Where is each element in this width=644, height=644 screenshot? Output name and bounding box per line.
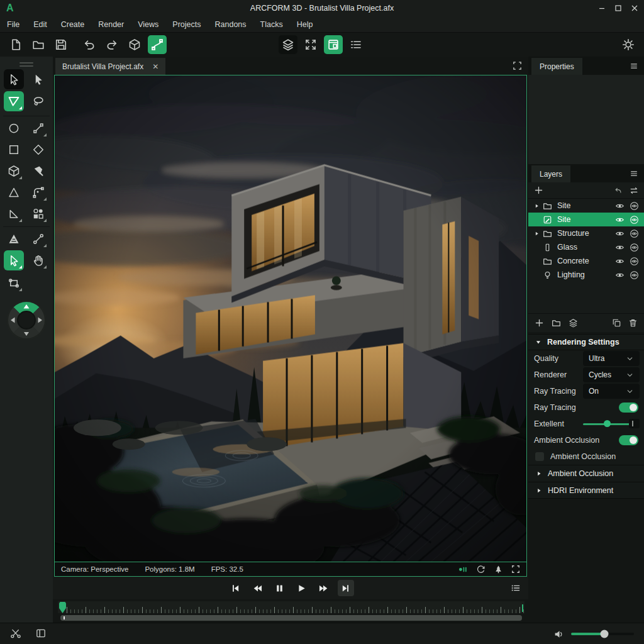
tool-pan-hand[interactable] xyxy=(28,250,48,270)
menu-file[interactable]: File xyxy=(0,20,26,29)
settings-button[interactable] xyxy=(619,35,638,54)
timeline-ruler[interactable] xyxy=(58,601,525,613)
new-group-icon[interactable] xyxy=(552,318,561,328)
scene-render[interactable] xyxy=(55,75,526,562)
timeline-scrollbar[interactable] xyxy=(60,615,522,621)
menu-create[interactable]: Create xyxy=(54,20,92,29)
open-folder-button[interactable] xyxy=(29,35,48,54)
tool-lasso[interactable] xyxy=(28,91,48,111)
layer-row-site-group[interactable]: Site xyxy=(528,199,644,213)
add-layer-icon[interactable] xyxy=(534,186,543,195)
visibility-eye-icon[interactable] xyxy=(615,243,625,252)
new-file-button[interactable] xyxy=(6,35,25,54)
section-ambient-occlusion[interactable]: Ambient Occlusion xyxy=(528,465,644,482)
environment-tree-icon[interactable] xyxy=(494,565,503,574)
tool-terrain[interactable] xyxy=(4,229,24,249)
minimize-button[interactable] xyxy=(599,5,605,11)
panel-view-button[interactable] xyxy=(324,35,343,54)
properties-menu-icon[interactable] xyxy=(630,62,638,70)
duplicate-icon[interactable] xyxy=(612,318,621,328)
ambient-occlusion-checkbox[interactable] xyxy=(535,452,544,461)
layers-view-button[interactable] xyxy=(279,35,297,54)
skip-end-button[interactable] xyxy=(338,580,354,596)
spline-tool-button[interactable] xyxy=(148,35,167,54)
navigation-wheel[interactable] xyxy=(6,299,47,343)
tool-shape-triangle[interactable] xyxy=(4,91,24,111)
tool-triangle[interactable] xyxy=(4,182,24,203)
redo-button[interactable] xyxy=(103,35,121,54)
tool-bezier[interactable] xyxy=(28,182,48,203)
layers-tab[interactable]: Layers xyxy=(531,165,570,182)
expand-caret-icon[interactable] xyxy=(534,203,540,209)
raytracing-dropdown[interactable]: On xyxy=(583,384,640,399)
quality-dropdown[interactable]: Ultra xyxy=(583,351,640,366)
skip-start-button[interactable] xyxy=(228,580,244,596)
tab-close-icon[interactable]: ✕ xyxy=(152,62,158,71)
layers-menu-icon[interactable] xyxy=(630,169,638,178)
expand-view-button[interactable] xyxy=(301,35,320,54)
visibility-eye-icon[interactable] xyxy=(615,229,625,238)
volume-slider[interactable] xyxy=(571,633,634,635)
menu-randons[interactable]: Randons xyxy=(208,20,253,29)
properties-tab[interactable]: Properties xyxy=(531,58,582,75)
render-visibility-icon[interactable] xyxy=(630,257,639,266)
visibility-eye-icon[interactable] xyxy=(615,215,625,225)
render-visibility-icon[interactable] xyxy=(630,229,639,238)
visibility-eye-icon[interactable] xyxy=(615,201,625,211)
viewport-3d[interactable]: Camera: Perspective Polygons: 1.8M FPS: … xyxy=(54,75,527,577)
tool-select[interactable] xyxy=(4,69,24,89)
close-button[interactable] xyxy=(631,5,638,11)
render-visibility-icon[interactable] xyxy=(630,270,639,280)
cube-tool-button[interactable] xyxy=(125,35,144,54)
speaker-icon[interactable] xyxy=(553,629,564,640)
status-fullscreen-icon[interactable] xyxy=(511,565,520,574)
layers-history-icon[interactable] xyxy=(614,186,623,195)
layer-row-glass[interactable]: Glass xyxy=(528,240,644,254)
render-visibility-icon[interactable] xyxy=(630,201,639,211)
pause-button[interactable] xyxy=(272,580,288,596)
tool-direct-select[interactable] xyxy=(4,250,24,270)
render-visibility-icon[interactable] xyxy=(630,243,639,252)
tool-line[interactable] xyxy=(28,118,48,138)
save-button[interactable] xyxy=(52,35,70,54)
render-visibility-icon[interactable] xyxy=(630,215,639,225)
play-button[interactable] xyxy=(294,580,310,596)
undo-button[interactable] xyxy=(80,35,99,54)
maximize-button[interactable] xyxy=(615,5,621,11)
visibility-eye-icon[interactable] xyxy=(615,270,625,280)
tool-transform-rect[interactable] xyxy=(4,273,24,293)
tool-rectangle[interactable] xyxy=(4,140,24,160)
palette-drag-handle[interactable] xyxy=(19,60,33,69)
section-hdri-environment[interactable]: HDRI Environment xyxy=(528,482,644,499)
menu-render[interactable]: Render xyxy=(91,20,131,29)
cut-tool-icon[interactable] xyxy=(10,628,21,639)
raytracing-toggle[interactable] xyxy=(619,402,638,413)
slider-knob[interactable] xyxy=(604,420,611,427)
rewind-button[interactable] xyxy=(250,580,266,596)
renderer-dropdown[interactable]: Cycles xyxy=(583,367,640,382)
delete-icon[interactable] xyxy=(628,318,638,328)
menu-tlacks[interactable]: Tlacks xyxy=(253,20,290,29)
tool-ellipse[interactable] xyxy=(4,118,24,138)
menu-help[interactable]: Help xyxy=(290,20,320,29)
expand-caret-icon[interactable] xyxy=(534,231,540,236)
orbit-icon[interactable] xyxy=(476,565,486,574)
tool-shape-group[interactable] xyxy=(28,204,48,224)
tool-segment[interactable] xyxy=(28,229,48,249)
tool-diamond[interactable] xyxy=(28,140,48,160)
tool-box[interactable] xyxy=(4,161,24,181)
volume-knob[interactable] xyxy=(601,630,609,638)
visibility-eye-icon[interactable] xyxy=(615,257,625,266)
live-indicator-icon[interactable] xyxy=(458,565,468,574)
viewport-fullscreen-icon[interactable] xyxy=(513,61,522,70)
list-view-button[interactable] xyxy=(347,35,365,54)
ambient-occlusion-toggle[interactable] xyxy=(619,435,638,445)
slider-end-button[interactable] xyxy=(629,419,640,428)
layer-row-lighting[interactable]: Lighting xyxy=(528,268,644,282)
add-layer-icon[interactable] xyxy=(535,318,544,328)
fast-forward-button[interactable] xyxy=(316,580,332,596)
playlist-icon[interactable] xyxy=(511,583,521,593)
menu-projects[interactable]: Projects xyxy=(165,20,208,29)
layers-sort-icon[interactable] xyxy=(630,186,638,195)
merge-layers-icon[interactable] xyxy=(569,318,578,328)
